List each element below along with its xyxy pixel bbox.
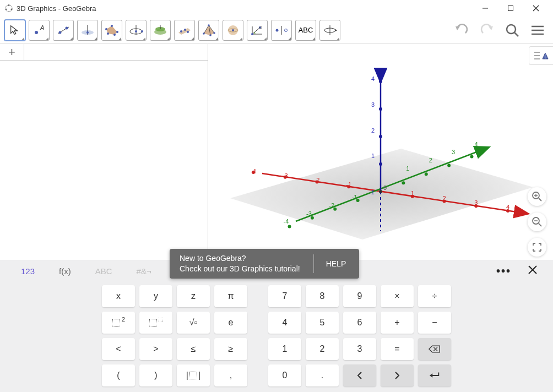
key-multiply[interactable]: × — [381, 285, 414, 307]
search-button[interactable] — [501, 19, 523, 41]
menu-button[interactable] — [527, 19, 549, 41]
zoom-out-button[interactable] — [528, 213, 546, 231]
svg-point-74 — [379, 190, 382, 193]
app-logo-icon — [4, 4, 13, 13]
key-x[interactable]: x — [102, 285, 135, 307]
workspace: + — [0, 44, 553, 260]
algebra-body[interactable] — [0, 61, 208, 260]
svg-point-21 — [105, 28, 107, 30]
svg-rect-5 — [508, 6, 513, 11]
polygon-tool-button[interactable] — [101, 20, 122, 41]
key-0[interactable]: 0 — [268, 364, 301, 386]
angle-tool-button[interactable]: α — [247, 20, 268, 41]
key-pi[interactable]: π — [214, 285, 247, 307]
maximize-button[interactable] — [498, 0, 523, 17]
plane-tool-button[interactable] — [174, 20, 195, 41]
mode-abc[interactable]: ABC — [83, 263, 124, 279]
key-lparen[interactable]: ( — [102, 364, 135, 386]
help-button[interactable]: HELP — [316, 255, 356, 273]
mode-123[interactable]: 123 — [9, 263, 47, 279]
svg-point-48 — [276, 29, 279, 31]
key-ge[interactable]: ≥ — [214, 338, 247, 360]
key-abs[interactable]: || — [177, 364, 210, 386]
key-divide[interactable]: ÷ — [418, 285, 451, 307]
perpendicular-tool-button[interactable] — [77, 20, 98, 41]
svg-point-11 — [59, 31, 62, 34]
reflect-tool-button[interactable] — [271, 20, 292, 41]
svg-point-40 — [213, 32, 215, 34]
add-tab-button[interactable]: + — [0, 44, 24, 60]
key-9[interactable]: 9 — [343, 285, 376, 307]
svg-point-94 — [379, 80, 382, 83]
key-7[interactable]: 7 — [268, 285, 301, 307]
line-tool-button[interactable] — [53, 20, 74, 41]
svg-point-76 — [347, 185, 350, 188]
mode-sym[interactable]: #&¬ — [124, 263, 164, 279]
key-minus[interactable]: − — [418, 312, 451, 334]
key-6[interactable]: 6 — [343, 312, 376, 334]
key-4[interactable]: 4 — [268, 312, 301, 334]
key-2[interactable]: 2 — [306, 338, 339, 360]
svg-point-24 — [135, 30, 137, 32]
key-eq[interactable]: = — [381, 338, 414, 360]
key-enter[interactable] — [418, 364, 451, 386]
key-le[interactable]: ≤ — [177, 338, 210, 360]
key-comma[interactable]: , — [214, 364, 247, 386]
svg-point-81 — [506, 209, 509, 213]
svg-point-19 — [113, 34, 116, 36]
svg-point-15 — [86, 31, 89, 34]
mode-fx[interactable]: f(x) — [47, 263, 83, 279]
key-sqrt[interactable]: √▫ — [177, 312, 210, 334]
key-dot[interactable]: . — [306, 364, 339, 386]
pyramid-tool-button[interactable] — [198, 20, 219, 41]
notif-line1: New to GeoGebra? — [180, 253, 300, 264]
redo-button[interactable] — [476, 19, 498, 41]
circle-tool-button[interactable] — [126, 20, 147, 41]
undo-button[interactable] — [451, 19, 473, 41]
key-8[interactable]: 8 — [306, 285, 339, 307]
key-gt[interactable]: > — [139, 338, 172, 360]
key-lt[interactable]: < — [102, 338, 135, 360]
view-controls — [528, 187, 546, 257]
home-view-button[interactable] — [528, 238, 546, 257]
svg-point-78 — [316, 181, 319, 184]
svg-point-82 — [252, 171, 255, 174]
key-backspace[interactable] — [418, 338, 451, 360]
point-tool-button[interactable]: A — [29, 20, 50, 41]
svg-point-2 — [11, 9, 13, 10]
svg-point-38 — [203, 32, 205, 35]
keyboard-panel: 123 f(x) ABC #&¬ ••• xyzπ789×÷2√▫e456+−<… — [0, 260, 553, 392]
svg-point-87 — [447, 164, 451, 167]
key-5[interactable]: 5 — [306, 312, 339, 334]
rotate-view-tool-button[interactable] — [319, 20, 340, 41]
key-e[interactable]: e — [214, 312, 247, 334]
key-left[interactable] — [343, 364, 376, 386]
key-1[interactable]: 1 — [268, 338, 301, 360]
close-keyboard-button[interactable] — [528, 265, 538, 277]
svg-point-49 — [285, 29, 288, 31]
move-tool-button[interactable] — [4, 20, 25, 41]
svg-point-39 — [209, 34, 212, 36]
key-3[interactable]: 3 — [343, 338, 376, 360]
key-power[interactable] — [139, 312, 172, 334]
svg-point-17 — [111, 25, 113, 27]
more-button[interactable]: ••• — [496, 265, 511, 277]
svg-text:A: A — [40, 25, 44, 31]
key-right[interactable] — [381, 364, 414, 386]
key-y[interactable]: y — [139, 285, 172, 307]
svg-point-55 — [507, 25, 516, 34]
sphere-tool-button[interactable] — [223, 20, 243, 41]
svg-point-37 — [208, 24, 210, 26]
key-rparen[interactable]: ) — [139, 364, 172, 386]
key-plus[interactable]: + — [381, 312, 414, 334]
text-tool-button[interactable]: ABC — [295, 20, 316, 41]
minimize-button[interactable] — [473, 0, 498, 17]
svg-point-90 — [288, 225, 291, 228]
key-z[interactable]: z — [177, 285, 210, 307]
close-button[interactable] — [523, 0, 549, 17]
intersect-tool-button[interactable] — [150, 20, 171, 41]
key-square[interactable]: 2 — [102, 312, 135, 334]
zoom-in-button[interactable] — [528, 187, 546, 206]
3d-view[interactable]: 1-12-23-34-41-12-23-34-412340-1 — [208, 44, 553, 260]
3d-scene — [208, 44, 553, 260]
